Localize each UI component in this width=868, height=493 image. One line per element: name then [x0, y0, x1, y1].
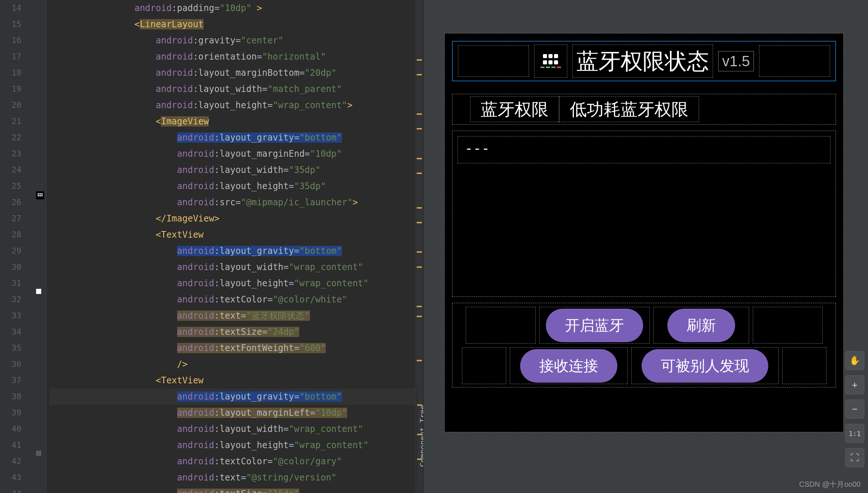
code-line[interactable]: android:layout_width="35dp"	[49, 162, 423, 178]
line-number: 38	[0, 389, 21, 405]
line-number: 18	[0, 65, 21, 81]
code-line[interactable]: <ImageView	[49, 113, 423, 130]
code-line[interactable]: android:text="@string/version"	[49, 469, 423, 486]
code-line[interactable]: android:layout_width="wrap_content"	[49, 259, 423, 275]
line-number: 34	[0, 324, 21, 340]
discoverable-button[interactable]: 可被别人发现	[642, 349, 768, 383]
warning-tick-icon[interactable]	[417, 251, 422, 253]
warning-tick-icon[interactable]	[417, 158, 422, 159]
code-line[interactable]: android:layout_width="match_parent"	[49, 81, 423, 97]
code-line[interactable]: android:gravity="center"	[49, 32, 423, 49]
btn-cell-accept: 接收连接	[510, 347, 628, 384]
btn-empty-cell-3	[462, 347, 506, 384]
header-spacer-left	[458, 45, 529, 77]
warning-tick-icon[interactable]	[417, 316, 422, 317]
code-line[interactable]: android:layout_gravity="bottom"	[49, 389, 423, 405]
btn-empty-cell-4	[782, 347, 826, 384]
marker-strip	[26, 0, 48, 493]
line-number: 22	[0, 130, 21, 146]
svg-point-1	[38, 193, 39, 195]
code-area[interactable]: android:padding="10dp" > <LinearLayout a…	[48, 0, 423, 493]
code-line[interactable]: android:textSize="24dp"	[49, 324, 423, 340]
accept-connect-button[interactable]: 接收连接	[520, 349, 617, 383]
warning-tick-icon[interactable]	[417, 59, 422, 61]
line-number: 37	[0, 372, 21, 389]
preview-header-row[interactable]: 蓝牙权限状态 v1.5	[452, 41, 836, 81]
preview-title: 蓝牙权限状态	[572, 45, 713, 78]
refresh-button[interactable]: 刷新	[667, 309, 735, 342]
line-number: 36	[0, 356, 21, 372]
code-line[interactable]: <LinearLayout	[49, 16, 423, 32]
btn-empty-cell	[466, 307, 536, 344]
code-line[interactable]: android:layout_height="wrap_content"	[49, 437, 423, 453]
preview-body-text: ---	[458, 136, 830, 163]
line-number: 15	[0, 16, 21, 32]
line-number: 29	[0, 243, 21, 259]
code-line[interactable]: android:layout_height="wrap_content"	[49, 275, 423, 291]
btn-cell-open-bt: 开启蓝牙	[539, 307, 650, 344]
code-line[interactable]: android:text="蓝牙权限状态"	[49, 308, 423, 324]
code-editor[interactable]: 1415161718192021222324252627282930313233…	[0, 0, 423, 493]
warning-tick-icon[interactable]	[417, 360, 422, 361]
btn-cell-discover: 可被别人发现	[631, 347, 779, 384]
pan-tool-button[interactable]: ✋	[845, 351, 864, 370]
zoom-out-button[interactable]: −	[845, 400, 864, 419]
svg-point-3	[41, 193, 43, 195]
code-line[interactable]: android:textColor="@color/white"	[49, 291, 423, 308]
code-line[interactable]: android:layout_marginEnd="10dp"	[49, 146, 423, 162]
preview-tab-row: 蓝牙权限 低功耗蓝牙权限	[452, 94, 836, 125]
line-number: 14	[0, 0, 21, 16]
line-number: 40	[0, 421, 21, 437]
device-frame[interactable]: 蓝牙权限状态 v1.5 蓝牙权限 低功耗蓝牙权限 --- 开启蓝牙 刷新	[444, 33, 844, 432]
warning-tick-icon[interactable]	[417, 207, 422, 209]
code-line[interactable]: android:orientation="horizontal"	[49, 49, 423, 65]
preview-body: ---	[452, 131, 836, 297]
code-line[interactable]: android:textSize="16dp"	[49, 486, 423, 493]
warning-tick-icon[interactable]	[417, 173, 422, 174]
line-number: 43	[0, 469, 21, 486]
code-line[interactable]: android:layout_height="35dp"	[49, 178, 423, 194]
btn-cell-refresh: 刷新	[653, 307, 749, 344]
line-number: 23	[0, 146, 21, 162]
warning-tick-icon[interactable]	[417, 113, 422, 115]
line-number: 20	[0, 97, 21, 113]
code-line[interactable]: </ImageView>	[49, 210, 423, 227]
line-number: 27	[0, 210, 21, 227]
code-line[interactable]: android:textColor="@color/gary"	[49, 453, 423, 469]
gutter: 1415161718192021222324252627282930313233…	[0, 0, 26, 493]
zoom-in-button[interactable]: +	[845, 375, 864, 394]
code-line[interactable]: <TextView	[49, 372, 423, 389]
line-number: 41	[0, 437, 21, 453]
preview-tab-bluetooth[interactable]: 蓝牙权限	[470, 96, 559, 122]
line-number: 35	[0, 340, 21, 356]
expand-button[interactable]: ⛶	[845, 448, 864, 467]
code-line[interactable]: android:layout_gravity="bottom"	[49, 130, 423, 146]
warning-tick-icon[interactable]	[417, 266, 422, 268]
warning-tick-icon[interactable]	[417, 128, 422, 130]
open-bluetooth-button[interactable]: 开启蓝牙	[546, 309, 643, 342]
code-line[interactable]: android:src="@mipmap/ic_launcher">	[49, 194, 423, 210]
code-line[interactable]: android:layout_marginBottom="20dp"	[49, 65, 423, 81]
code-line[interactable]: android:textFontWeight="600"	[49, 340, 423, 356]
line-number: 16	[0, 32, 21, 49]
code-line[interactable]: android:layout_gravity="bottom"	[49, 243, 423, 259]
line-number: 31	[0, 275, 21, 291]
line-number: 17	[0, 49, 21, 65]
svg-point-6	[41, 195, 43, 196]
line-number: 42	[0, 453, 21, 469]
preview-tab-ble[interactable]: 低功耗蓝牙权限	[559, 96, 699, 122]
line-number: 26	[0, 194, 21, 210]
code-line[interactable]: android:layout_marginLeft="10dp"	[49, 405, 423, 421]
warning-tick-icon[interactable]	[417, 74, 422, 75]
code-line[interactable]: />	[49, 356, 423, 372]
warning-tick-icon[interactable]	[417, 222, 422, 223]
btn-empty-cell-2	[753, 307, 823, 344]
code-line[interactable]: android:layout_height="wrap_content">	[49, 97, 423, 113]
preview-button-grid: 开启蓝牙 刷新 接收连接 可被别人发现	[452, 303, 836, 387]
zoom-fit-button[interactable]: 1:1	[845, 424, 864, 443]
warning-tick-icon[interactable]	[417, 306, 422, 307]
code-line[interactable]: android:padding="10dp" >	[49, 0, 423, 16]
code-line[interactable]: android:layout_width="wrap_content"	[49, 421, 423, 437]
code-line[interactable]: <TextView	[49, 227, 423, 243]
line-number: 44	[0, 486, 21, 493]
